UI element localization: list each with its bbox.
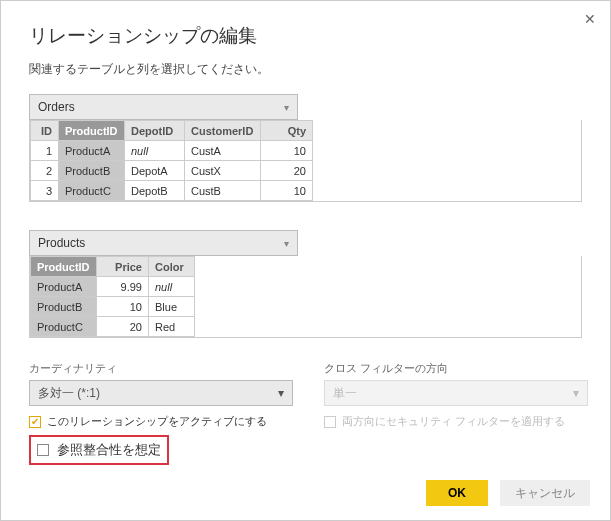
table1-preview[interactable]: IDProductIDDepotIDCustomerIDQty 1Product… — [30, 120, 313, 201]
column-header[interactable]: ProductID — [31, 257, 97, 277]
referential-highlight: 参照整合性を想定 — [29, 435, 169, 465]
ok-button[interactable]: OK — [426, 480, 488, 506]
column-header[interactable]: Qty — [261, 121, 313, 141]
dialog-title: リレーションシップの編集 — [29, 23, 582, 49]
table-row[interactable]: 2ProductBDepotACustX20 — [31, 161, 313, 181]
table-row[interactable]: 1ProductAnullCustA10 — [31, 141, 313, 161]
cancel-button[interactable]: キャンセル — [500, 480, 590, 506]
both-security-checkbox — [324, 416, 336, 428]
referential-checkbox[interactable] — [37, 444, 49, 456]
referential-checkbox-label: 参照整合性を想定 — [57, 441, 161, 459]
both-security-label: 両方向にセキュリティ フィルターを適用する — [342, 414, 565, 429]
crossfilter-label: クロス フィルターの方向 — [324, 361, 583, 376]
table-cell[interactable]: Red — [149, 317, 195, 337]
table-cell[interactable]: DepotB — [125, 181, 185, 201]
table-cell[interactable]: CustA — [185, 141, 261, 161]
table-row[interactable]: ProductB10Blue — [31, 297, 195, 317]
crossfilter-value: 単一 — [333, 385, 357, 402]
table-cell[interactable]: 10 — [97, 297, 149, 317]
table1-select[interactable]: Orders ▾ — [29, 94, 298, 120]
table2-select[interactable]: Products ▾ — [29, 230, 298, 256]
table-cell[interactable]: CustB — [185, 181, 261, 201]
table-row[interactable]: 3ProductCDepotBCustB10 — [31, 181, 313, 201]
column-header[interactable]: CustomerID — [185, 121, 261, 141]
close-icon[interactable]: ✕ — [584, 11, 596, 27]
table-cell[interactable]: 20 — [97, 317, 149, 337]
chevron-down-icon: ▾ — [284, 102, 289, 113]
table-cell[interactable]: Blue — [149, 297, 195, 317]
column-header[interactable]: DepotID — [125, 121, 185, 141]
column-header[interactable]: ID — [31, 121, 59, 141]
cardinality-label: カーディナリティ — [29, 361, 288, 376]
chevron-down-icon: ▾ — [284, 238, 289, 249]
table-cell[interactable]: 3 — [31, 181, 59, 201]
table-cell[interactable]: 1 — [31, 141, 59, 161]
table2-select-value: Products — [38, 236, 85, 250]
cardinality-select[interactable]: 多対一 (*:1) ▾ — [29, 380, 293, 406]
table-row[interactable]: ProductC20Red — [31, 317, 195, 337]
table2-preview[interactable]: ProductIDPriceColor ProductA9.99nullProd… — [30, 256, 195, 337]
table-cell[interactable]: 20 — [261, 161, 313, 181]
table-cell[interactable]: ProductA — [59, 141, 125, 161]
dialog-subtitle: 関連するテーブルと列を選択してください。 — [29, 61, 582, 78]
table-cell[interactable]: DepotA — [125, 161, 185, 181]
table-cell[interactable]: CustX — [185, 161, 261, 181]
table-cell[interactable]: ProductB — [59, 161, 125, 181]
table-cell[interactable]: ProductB — [31, 297, 97, 317]
table-cell[interactable]: ProductC — [59, 181, 125, 201]
active-checkbox-label: このリレーションシップをアクティブにする — [47, 414, 267, 429]
table-cell[interactable]: null — [125, 141, 185, 161]
active-checkbox[interactable]: ✔ — [29, 416, 41, 428]
table-cell[interactable]: 10 — [261, 181, 313, 201]
table1-select-value: Orders — [38, 100, 75, 114]
chevron-down-icon: ▾ — [278, 386, 284, 400]
chevron-down-icon: ▾ — [573, 386, 579, 400]
cardinality-value: 多対一 (*:1) — [38, 385, 100, 402]
column-header[interactable]: Price — [97, 257, 149, 277]
table-cell[interactable]: 10 — [261, 141, 313, 161]
table-row[interactable]: ProductA9.99null — [31, 277, 195, 297]
column-header[interactable]: Color — [149, 257, 195, 277]
table-cell[interactable]: ProductA — [31, 277, 97, 297]
column-header[interactable]: ProductID — [59, 121, 125, 141]
table-cell[interactable]: ProductC — [31, 317, 97, 337]
crossfilter-select[interactable]: 単一 ▾ — [324, 380, 588, 406]
table-cell[interactable]: null — [149, 277, 195, 297]
table-cell[interactable]: 9.99 — [97, 277, 149, 297]
table-cell[interactable]: 2 — [31, 161, 59, 181]
